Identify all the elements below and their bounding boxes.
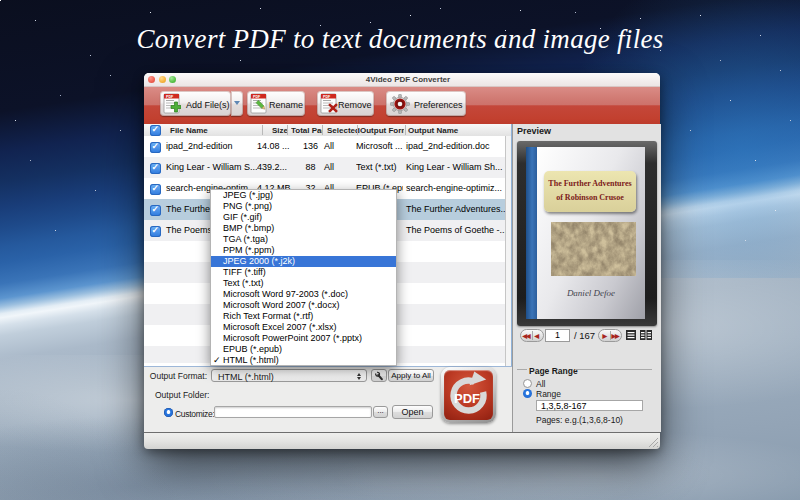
svg-text:PDF: PDF (253, 95, 261, 99)
svg-text:PDF: PDF (454, 391, 480, 406)
svg-text:PDF: PDF (323, 95, 331, 99)
svg-text:PDF: PDF (166, 95, 174, 99)
